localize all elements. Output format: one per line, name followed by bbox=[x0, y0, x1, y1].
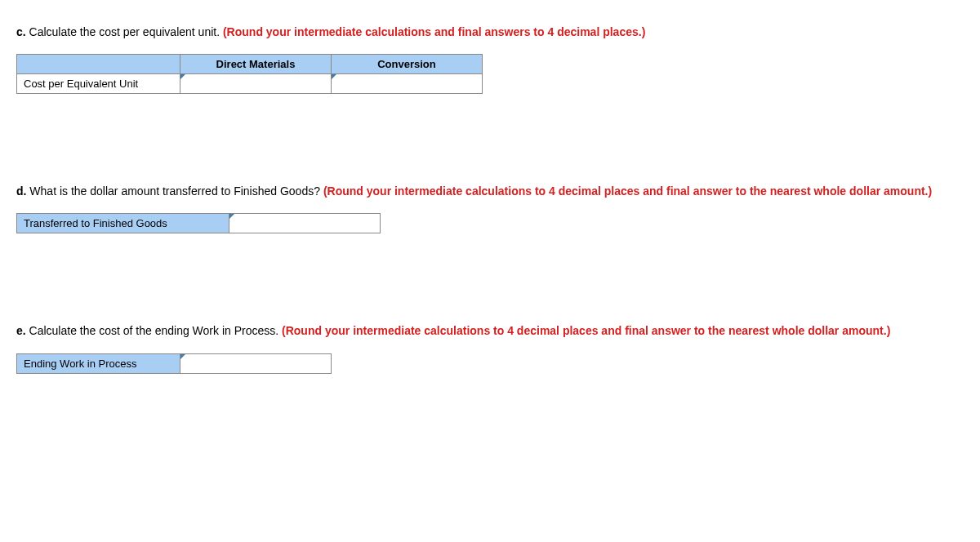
question-c-prompt: c. Calculate the cost per equivalent uni… bbox=[16, 24, 964, 39]
question-e-prompt: e. Calculate the cost of the ending Work… bbox=[16, 323, 964, 338]
question-d-label: d. bbox=[16, 184, 26, 198]
input-indicator-icon bbox=[180, 74, 185, 79]
conversion-input[interactable] bbox=[332, 74, 482, 93]
question-d-table: Transferred to Finished Goods bbox=[16, 213, 381, 233]
question-d: d. What is the dollar amount transferred… bbox=[16, 184, 964, 233]
conversion-input-cell[interactable] bbox=[332, 74, 483, 94]
direct-materials-header: Direct Materials bbox=[180, 55, 332, 74]
ending-wip-input[interactable] bbox=[180, 354, 331, 373]
question-c: c. Calculate the cost per equivalent uni… bbox=[16, 24, 964, 94]
question-e-instruction: (Round your intermediate calculations to… bbox=[282, 324, 890, 337]
question-c-label: c. bbox=[16, 25, 26, 38]
question-c-table: Direct Materials Conversion Cost per Equ… bbox=[16, 54, 483, 94]
input-indicator-icon bbox=[332, 74, 336, 79]
question-e-label: e. bbox=[16, 324, 26, 337]
ending-wip-input-cell[interactable] bbox=[180, 353, 332, 373]
input-indicator-icon bbox=[180, 354, 185, 359]
direct-materials-input[interactable] bbox=[180, 74, 331, 93]
transferred-input[interactable] bbox=[229, 214, 380, 233]
cost-per-unit-label: Cost per Equivalent Unit bbox=[17, 74, 180, 94]
conversion-header: Conversion bbox=[332, 55, 483, 74]
question-e-table: Ending Work in Process bbox=[16, 353, 332, 374]
ending-wip-label: Ending Work in Process bbox=[17, 353, 180, 373]
question-c-text: Calculate the cost per equivalent unit. bbox=[29, 25, 220, 38]
question-e-text: Calculate the cost of the ending Work in… bbox=[29, 324, 279, 337]
direct-materials-input-cell[interactable] bbox=[180, 74, 332, 94]
transferred-input-cell[interactable] bbox=[229, 214, 381, 233]
empty-header-cell bbox=[17, 55, 180, 74]
question-d-prompt: d. What is the dollar amount transferred… bbox=[16, 184, 964, 198]
transferred-label: Transferred to Finished Goods bbox=[17, 214, 229, 233]
question-d-instruction: (Round your intermediate calculations to… bbox=[323, 184, 932, 198]
question-d-text: What is the dollar amount transferred to… bbox=[29, 184, 320, 198]
input-indicator-icon bbox=[229, 214, 234, 219]
question-e: e. Calculate the cost of the ending Work… bbox=[16, 323, 964, 373]
question-c-instruction: (Round your intermediate calculations an… bbox=[223, 25, 645, 38]
